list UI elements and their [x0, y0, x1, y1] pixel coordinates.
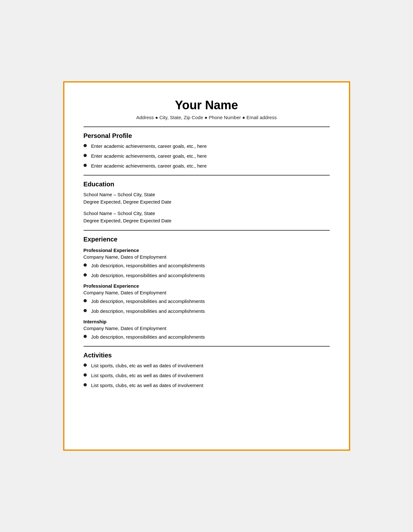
bullet-icon	[84, 164, 87, 167]
education-school-1: School Name – School City, State	[84, 191, 330, 198]
experience-section: Experience Professional Experience Compa…	[84, 236, 330, 340]
job-subtitle-1: Professional Experience	[84, 248, 330, 253]
list-item: Job description, responsibilities and ac…	[84, 262, 330, 269]
job-subtitle-3: Internship	[84, 319, 330, 324]
list-item: Enter academic achievements, career goal…	[84, 143, 330, 149]
bullet-icon	[84, 373, 87, 377]
list-item: List sports, clubs, etc as well as dates…	[84, 362, 330, 369]
job-company-3: Company Name, Dates of Employment	[84, 326, 330, 331]
bullet-icon	[84, 273, 87, 277]
education-section: Education School Name – School City, Sta…	[84, 181, 330, 224]
bullet-icon	[84, 299, 87, 302]
education-title: Education	[84, 181, 330, 188]
education-degree-2: Degree Expected, Degree Expected Date	[84, 217, 330, 225]
bullet-icon	[84, 309, 87, 312]
divider-4	[84, 346, 330, 347]
job-list-2: Job description, responsibilities and ac…	[84, 298, 330, 314]
activities-section: Activities List sports, clubs, etc as we…	[84, 352, 330, 389]
job-company-1: Company Name, Dates of Employment	[84, 254, 330, 260]
education-entry-1: School Name – School City, State Degree …	[84, 191, 330, 205]
education-school-2: School Name – School City, State	[84, 210, 330, 217]
job-entry-3: Internship Company Name, Dates of Employ…	[84, 319, 330, 340]
bullet-icon	[84, 263, 87, 267]
resume-name: Your Name	[84, 98, 330, 112]
header-section: Your Name Address ● City, State, Zip Cod…	[84, 98, 330, 120]
bullet-icon	[84, 383, 87, 386]
resume-page: Your Name Address ● City, State, Zip Cod…	[63, 81, 350, 451]
list-item: Job description, responsibilities and ac…	[84, 272, 330, 279]
education-degree-1: Degree Expected, Degree Expected Date	[84, 198, 330, 206]
personal-profile-title: Personal Profile	[84, 132, 330, 140]
personal-profile-section: Personal Profile Enter academic achievem…	[84, 132, 330, 169]
list-item: Enter academic achievements, career goal…	[84, 153, 330, 159]
list-item: List sports, clubs, etc as well as dates…	[84, 382, 330, 389]
divider-1	[84, 126, 330, 127]
list-item: Job description, responsibilities and ac…	[84, 334, 330, 340]
divider-2	[84, 175, 330, 176]
bullet-icon	[84, 154, 87, 157]
bullet-icon	[84, 363, 87, 367]
divider-3	[84, 230, 330, 231]
contact-line: Address ● City, State, Zip Code ● Phone …	[84, 115, 330, 120]
list-item: Enter academic achievements, career goal…	[84, 162, 330, 169]
job-company-2: Company Name, Dates of Employment	[84, 290, 330, 295]
list-item: List sports, clubs, etc as well as dates…	[84, 372, 330, 379]
job-list-3: Job description, responsibilities and ac…	[84, 334, 330, 340]
activities-title: Activities	[84, 352, 330, 359]
personal-profile-list: Enter academic achievements, career goal…	[84, 143, 330, 169]
list-item: Job description, responsibilities and ac…	[84, 308, 330, 314]
bullet-icon	[84, 144, 87, 147]
bullet-icon	[84, 335, 87, 338]
list-item: Job description, responsibilities and ac…	[84, 298, 330, 305]
job-subtitle-2: Professional Experience	[84, 283, 330, 289]
job-list-1: Job description, responsibilities and ac…	[84, 262, 330, 279]
activities-list: List sports, clubs, etc as well as dates…	[84, 362, 330, 389]
experience-title: Experience	[84, 236, 330, 243]
education-entry-2: School Name – School City, State Degree …	[84, 210, 330, 224]
job-entry-2: Professional Experience Company Name, Da…	[84, 283, 330, 314]
job-entry-1: Professional Experience Company Name, Da…	[84, 248, 330, 279]
